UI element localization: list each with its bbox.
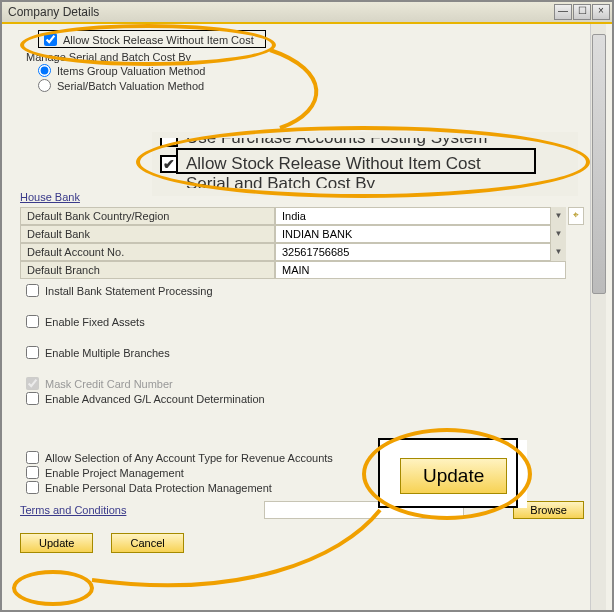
default-bank-field[interactable]: ▼ <box>275 225 566 243</box>
install-bank-statement-checkbox[interactable] <box>26 284 39 297</box>
magnified-stock-release: Use Furchase Accounts Fosting System ✔ A… <box>152 132 578 196</box>
enable-project-management-checkbox[interactable] <box>26 466 39 479</box>
serial-batch-valuation-label: Serial/Batch Valuation Method <box>57 80 204 92</box>
enable-advanced-gl-label: Enable Advanced G/L Account Determinatio… <box>45 393 265 405</box>
install-bank-statement-label: Install Bank Statement Processing <box>45 285 213 297</box>
chevron-down-icon: ▼ <box>550 243 566 261</box>
items-group-valuation-radio[interactable] <box>38 64 51 77</box>
enable-fixed-assets-label: Enable Fixed Assets <box>45 316 145 328</box>
maximize-button[interactable]: ☐ <box>573 4 591 20</box>
enable-fixed-assets-checkbox[interactable] <box>26 315 39 328</box>
allow-stock-release-checkbox[interactable] <box>44 33 57 46</box>
enable-advanced-gl-checkbox[interactable] <box>26 392 39 405</box>
country-picker-button[interactable]: ⌖ <box>568 207 584 225</box>
close-button[interactable]: × <box>592 4 610 20</box>
default-bank-label: Default Bank <box>20 225 275 243</box>
terms-conditions-label: Terms and Conditions <box>20 504 126 516</box>
manage-serial-batch-label: Manage Serial and Batch Cost By <box>26 51 584 63</box>
allow-revenue-account-label: Allow Selection of Any Account Type for … <box>45 452 333 464</box>
default-account-label: Default Account No. <box>20 243 275 261</box>
enable-multiple-branches-checkbox[interactable] <box>26 346 39 359</box>
default-account-field[interactable]: ▼ <box>275 243 566 261</box>
mask-credit-card-checkbox <box>26 377 39 390</box>
enable-pdp-management-label: Enable Personal Data Protection Manageme… <box>45 482 272 494</box>
chevron-down-icon: ▼ <box>550 225 566 243</box>
window-title: Company Details <box>8 5 99 19</box>
enable-multiple-branches-label: Enable Multiple Branches <box>45 347 170 359</box>
allow-revenue-account-checkbox[interactable] <box>26 451 39 464</box>
update-button[interactable]: Update <box>20 533 93 553</box>
chevron-down-icon: ▼ <box>550 207 566 225</box>
serial-batch-valuation-radio[interactable] <box>38 79 51 92</box>
mask-credit-card-label: Mask Credit Card Number <box>45 378 173 390</box>
allow-stock-release-label: Allow Stock Release Without Item Cost <box>63 34 254 46</box>
items-group-valuation-label: Items Group Valuation Method <box>57 65 205 77</box>
vertical-scrollbar[interactable] <box>590 24 606 610</box>
default-bank-country-field[interactable]: ▼ <box>275 207 566 225</box>
magnified-update: Update <box>380 440 527 508</box>
minimize-button[interactable]: — <box>554 4 572 20</box>
cancel-button[interactable]: Cancel <box>111 533 183 553</box>
default-branch-field[interactable] <box>275 261 566 279</box>
enable-project-management-label: Enable Project Management <box>45 467 184 479</box>
default-branch-label: Default Branch <box>20 261 275 279</box>
magnified-update-button: Update <box>400 458 507 494</box>
default-bank-country-label: Default Bank Country/Region <box>20 207 275 225</box>
enable-pdp-management-checkbox[interactable] <box>26 481 39 494</box>
